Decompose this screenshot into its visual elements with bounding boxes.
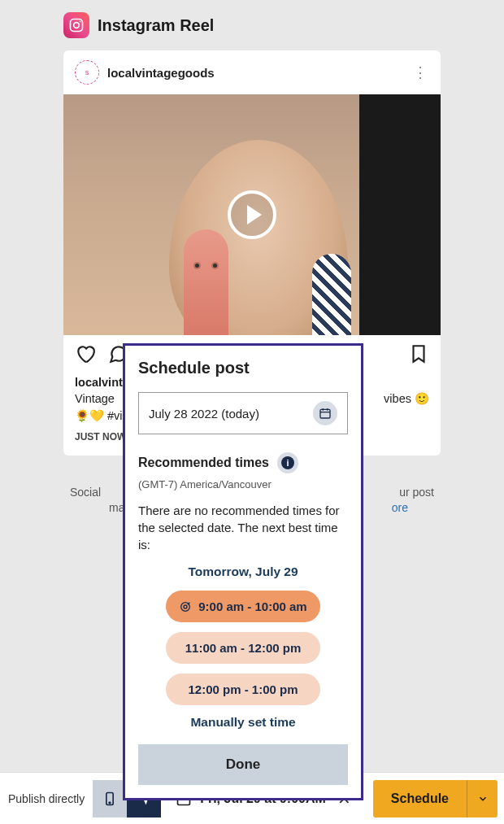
done-button[interactable]: Done: [138, 744, 348, 785]
schedule-popover: Schedule post July 28 2022 (today) Recom…: [123, 343, 363, 800]
schedule-button-label[interactable]: Schedule: [373, 780, 467, 817]
svg-rect-3: [320, 409, 330, 418]
time-option[interactable]: 11:00 am - 12:00 pm: [166, 632, 320, 664]
instagram-icon: [63, 12, 89, 38]
bookmark-icon[interactable]: [408, 343, 429, 368]
popover-title: Schedule post: [138, 359, 348, 377]
recommended-times-heading: Recommended times: [138, 456, 269, 470]
calendar-icon[interactable]: [313, 401, 337, 425]
date-picker-input[interactable]: July 28 2022 (today): [138, 392, 348, 434]
more-menu-icon[interactable]: ⋮: [413, 63, 429, 81]
time-option-label: 9:00 am - 10:00 am: [198, 599, 306, 613]
like-icon[interactable]: [75, 343, 96, 368]
date-value: July 28 2022 (today): [149, 407, 259, 421]
time-option-best[interactable]: 9:00 am - 10:00 am: [166, 591, 320, 622]
next-best-date: Tomorrow, July 29: [138, 565, 348, 579]
time-option-label: 11:00 am - 12:00 pm: [185, 641, 302, 655]
learn-more-link[interactable]: ore: [392, 500, 408, 517]
video-preview[interactable]: [63, 94, 441, 335]
time-option[interactable]: 12:00 pm - 1:00 pm: [166, 674, 320, 705]
svg-point-5: [184, 605, 187, 608]
no-recommendations-message: There are no recommended times for the s…: [138, 502, 348, 553]
target-icon: [179, 600, 192, 613]
page-title: Instagram Reel: [98, 16, 214, 35]
svg-point-7: [109, 802, 111, 804]
schedule-dropdown-caret[interactable]: [467, 780, 497, 817]
timezone-label: (GMT-7) America/Vancouver: [138, 478, 348, 490]
caption-text-left: Vintage: [75, 390, 115, 407]
avatar[interactable]: s: [75, 60, 99, 85]
manually-set-time-link[interactable]: Manually set time: [138, 715, 348, 730]
mobile-mode-button[interactable]: [93, 780, 127, 817]
info-icon[interactable]: i: [277, 452, 298, 473]
schedule-button[interactable]: Schedule: [373, 780, 497, 817]
post-username[interactable]: localvintagegoods: [107, 66, 405, 80]
play-icon[interactable]: [228, 190, 276, 239]
chevron-down-icon: [477, 793, 489, 804]
post-header: s localvintagegoods ⋮: [63, 50, 441, 94]
publish-directly-label: Publish directly: [8, 792, 85, 805]
svg-point-2: [80, 21, 81, 23]
caption-text-right: vibes 🙂: [384, 390, 429, 407]
svg-point-1: [74, 23, 80, 28]
page-header: Instagram Reel: [63, 12, 441, 38]
time-option-label: 12:00 pm - 1:00 pm: [188, 682, 298, 696]
svg-rect-0: [71, 20, 83, 32]
